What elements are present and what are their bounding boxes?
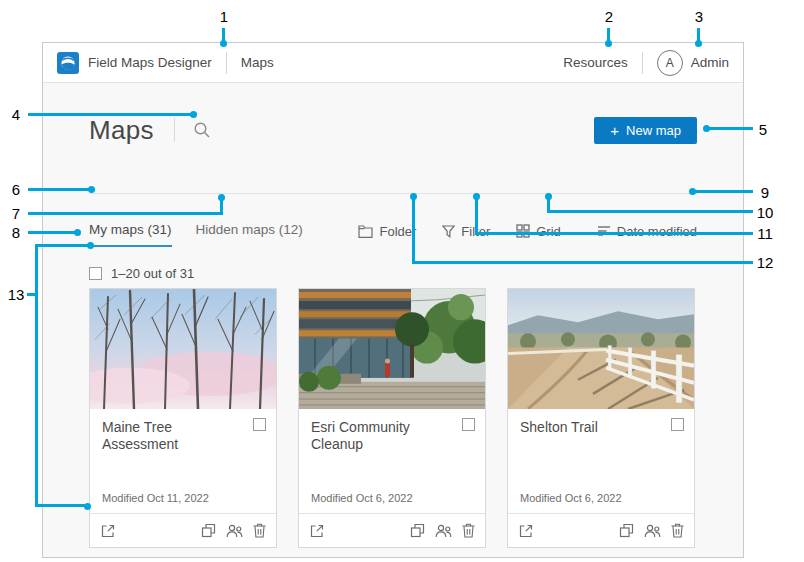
callout-number-9: 9	[761, 184, 769, 201]
callout-dot-2	[605, 40, 612, 47]
new-map-button[interactable]: + New map	[594, 117, 697, 144]
duplicate-icon[interactable]	[410, 523, 425, 538]
map-checkbox[interactable]	[253, 418, 266, 431]
callout-dot-7	[218, 194, 225, 201]
open-map-icon[interactable]	[309, 523, 325, 539]
map-card-shelton-trail[interactable]: Shelton Trail Modified Oct 6, 2022	[507, 288, 695, 548]
map-title[interactable]: Maine Tree Assessment	[102, 419, 244, 453]
app-window: Field Maps Designer Maps Resources A Adm…	[42, 42, 744, 558]
grid-button[interactable]: Grid	[516, 224, 561, 239]
map-thumbnail-trail[interactable]	[508, 289, 694, 409]
callout-dot-10	[545, 193, 552, 200]
callout-line-8	[28, 231, 76, 234]
filter-icon	[442, 225, 455, 238]
callout-dot-13-top	[87, 242, 94, 249]
callout-number-2: 2	[605, 8, 613, 25]
modified-date: Modified Oct 6, 2022	[311, 492, 413, 504]
filter-button[interactable]: Filter	[442, 224, 490, 239]
callout-number-10: 10	[757, 204, 774, 221]
new-map-label: New map	[626, 123, 681, 138]
grid-label: Grid	[536, 224, 561, 239]
callout-line-11a	[475, 197, 478, 235]
app-header: Field Maps Designer Maps Resources A Adm…	[43, 43, 743, 83]
callout-dot-9	[689, 188, 696, 195]
trash-icon[interactable]	[671, 523, 684, 538]
callout-line-10b	[547, 210, 753, 213]
callout-dot-13-bottom	[84, 503, 91, 510]
nav-maps[interactable]: Maps	[241, 55, 274, 70]
content-area: Maps + New map My maps (31) Hidden maps …	[43, 83, 743, 557]
map-checkbox[interactable]	[671, 418, 684, 431]
duplicate-icon[interactable]	[201, 523, 216, 538]
plus-icon: +	[610, 122, 619, 139]
modified-date: Modified Oct 6, 2022	[520, 492, 622, 504]
trash-icon[interactable]	[462, 523, 475, 538]
trash-icon[interactable]	[253, 523, 266, 538]
callout-dot-3	[695, 40, 702, 47]
map-title[interactable]: Shelton Trail	[520, 419, 662, 436]
sort-descending-icon	[597, 225, 611, 237]
sort-label: Date modified	[617, 224, 697, 239]
header-divider	[226, 52, 227, 74]
callout-number-8: 8	[12, 224, 20, 241]
avatar[interactable]: A	[657, 50, 683, 76]
callout-number-4: 4	[12, 106, 20, 123]
modified-date: Modified Oct 11, 2022	[102, 492, 209, 504]
search-icon[interactable]	[193, 121, 211, 139]
card-footer	[299, 514, 485, 547]
map-title[interactable]: Esri Community Cleanup	[311, 419, 453, 453]
card-body: Shelton Trail Modified Oct 6, 2022	[508, 409, 694, 514]
callout-number-12: 12	[757, 254, 774, 271]
callout-dot-6	[88, 186, 95, 193]
screenshot: Field Maps Designer Maps Resources A Adm…	[0, 0, 804, 562]
nav-resources[interactable]: Resources	[563, 55, 628, 70]
card-body: Esri Community Cleanup Modified Oct 6, 2…	[299, 409, 485, 514]
callout-line-9	[694, 190, 753, 193]
map-thumbnail-trees[interactable]	[90, 289, 276, 409]
callout-dot-1	[220, 40, 227, 47]
folder-button[interactable]: Folder	[358, 224, 416, 239]
map-card-esri-community-cleanup[interactable]: Esri Community Cleanup Modified Oct 6, 2…	[298, 288, 486, 548]
app-title: Field Maps Designer	[88, 55, 212, 70]
map-checkbox[interactable]	[462, 418, 475, 431]
card-footer	[90, 514, 276, 547]
sort-button[interactable]: Date modified	[597, 224, 697, 239]
esri-logo-icon	[57, 52, 79, 74]
open-map-icon[interactable]	[100, 523, 116, 539]
callout-number-1: 1	[220, 8, 228, 25]
map-card-maine-tree-assessment[interactable]: Maine Tree Assessment Modified Oct 11, 2…	[89, 288, 277, 548]
callout-line-12a	[412, 197, 415, 264]
map-card-grid: Maine Tree Assessment Modified Oct 11, 2…	[89, 288, 695, 548]
share-group-icon[interactable]	[644, 524, 661, 538]
grid-icon	[516, 224, 530, 238]
callout-dot-11	[473, 193, 480, 200]
callout-line-7	[28, 212, 223, 215]
callout-line-13-vertical	[35, 244, 38, 507]
callout-number-3: 3	[695, 8, 703, 25]
share-group-icon[interactable]	[435, 524, 452, 538]
callout-number-13: 13	[8, 286, 25, 303]
callout-dot-4	[190, 111, 197, 118]
callout-line-13-top	[35, 244, 89, 247]
open-map-icon[interactable]	[518, 523, 534, 539]
map-thumbnail-building[interactable]	[299, 289, 485, 409]
callout-line-6	[28, 188, 90, 191]
share-group-icon[interactable]	[226, 524, 243, 538]
select-all-checkbox[interactable]	[89, 267, 102, 280]
callout-number-7: 7	[12, 205, 20, 222]
callout-line-13-bottom	[35, 504, 86, 507]
list-toolbar: Folder Filter	[358, 222, 697, 240]
tab-hidden-maps[interactable]: Hidden maps (12)	[196, 222, 303, 245]
user-menu[interactable]: Admin	[691, 55, 729, 70]
callout-line-11b	[475, 232, 753, 235]
callout-number-5: 5	[759, 121, 767, 138]
folder-icon	[358, 225, 373, 238]
tab-my-maps[interactable]: My maps (31)	[89, 222, 172, 247]
callout-dot-5	[703, 125, 710, 132]
duplicate-icon[interactable]	[619, 523, 634, 538]
title-divider-line	[174, 118, 175, 142]
folder-label: Folder	[379, 224, 416, 239]
header-divider-2	[642, 52, 643, 74]
callout-line-12b	[412, 261, 753, 264]
callout-line-4	[28, 113, 192, 116]
